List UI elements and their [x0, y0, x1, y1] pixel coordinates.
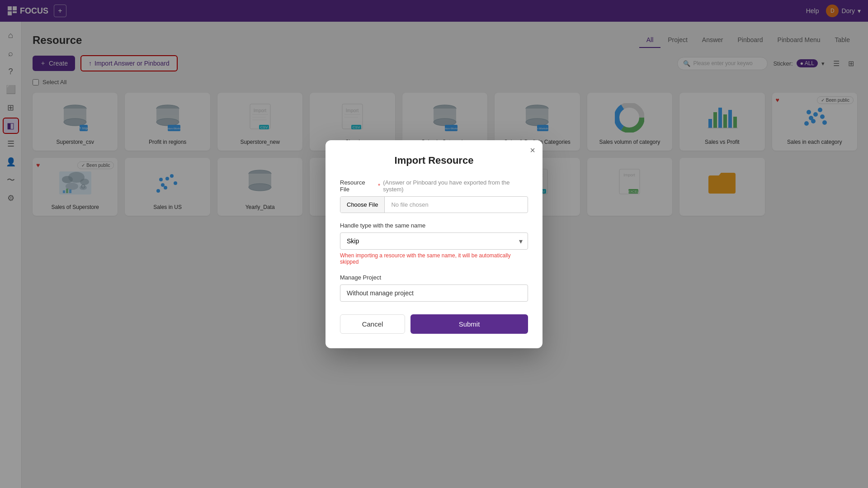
handle-type-select-wrapper: Skip Overwrite Rename ▾ — [340, 232, 528, 250]
file-name-text: No file chosen — [385, 197, 528, 213]
handle-type-label: Handle type with the same name — [340, 222, 528, 229]
handle-type-group: Handle type with the same name Skip Over… — [340, 222, 528, 265]
import-resource-modal: × Import Resource Resource File * (Answe… — [326, 140, 542, 348]
resource-file-label: Resource File * (Answer or Pinboard you … — [340, 179, 528, 193]
modal-actions: Cancel Submit — [340, 314, 528, 334]
handle-type-hint: When importing a resource with the same … — [340, 252, 528, 265]
resource-file-group: Resource File * (Answer or Pinboard you … — [340, 179, 528, 213]
manage-project-input[interactable] — [340, 284, 528, 302]
cancel-button[interactable]: Cancel — [340, 314, 405, 334]
modal-close-button[interactable]: × — [530, 146, 535, 155]
choose-file-button[interactable]: Choose File — [340, 197, 385, 213]
submit-button[interactable]: Submit — [410, 314, 528, 334]
modal-title: Import Resource — [340, 155, 528, 166]
required-indicator: * — [378, 182, 380, 189]
manage-project-label: Manage Project — [340, 274, 528, 281]
modal-overlay: × Import Resource Resource File * (Answe… — [0, 0, 868, 488]
file-input-row: Choose File No file chosen — [340, 196, 528, 213]
handle-type-select[interactable]: Skip Overwrite Rename — [340, 232, 528, 250]
manage-project-group: Manage Project — [340, 274, 528, 302]
resource-file-hint: (Answer or Pinboard you have exported fr… — [383, 179, 528, 193]
